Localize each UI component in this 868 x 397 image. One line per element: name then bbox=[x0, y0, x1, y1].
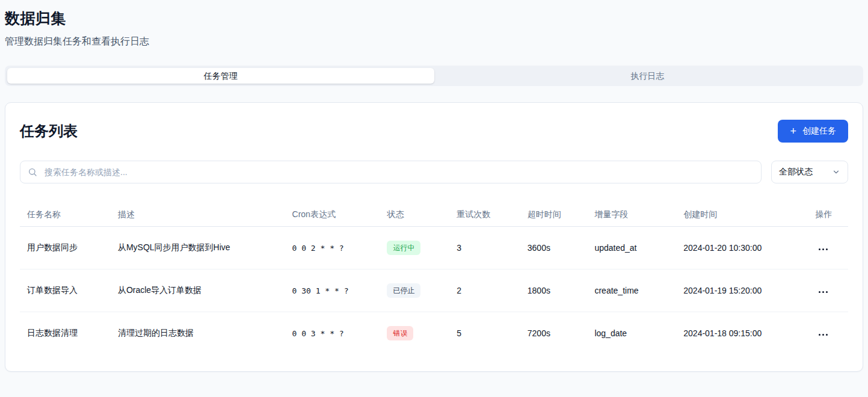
page-subtitle: 管理数据归集任务和查看执行日志 bbox=[5, 35, 863, 48]
cell-timeout: 1800s bbox=[520, 269, 588, 312]
cell-status: 运行中 bbox=[380, 227, 449, 269]
cell-incremental-field: updated_at bbox=[587, 227, 676, 269]
cell-timeout: 7200s bbox=[520, 312, 588, 355]
card-title: 任务列表 bbox=[20, 122, 78, 140]
status-filter-value: 全部状态 bbox=[779, 167, 813, 177]
search-box bbox=[20, 161, 762, 183]
column-header: 创建时间 bbox=[676, 203, 808, 227]
cell-task-name: 订单数据导入 bbox=[20, 269, 111, 312]
search-icon bbox=[28, 167, 37, 177]
column-header: 超时时间 bbox=[520, 203, 588, 227]
column-header: 操作 bbox=[808, 203, 848, 227]
cell-created-at: 2024-01-19 15:20:00 bbox=[676, 269, 808, 312]
chevron-down-icon bbox=[832, 168, 840, 176]
table-body: 用户数据同步从MySQL同步用户数据到Hive0 0 2 * * ?运行中336… bbox=[20, 227, 848, 355]
filter-controls: 全部状态 bbox=[20, 161, 848, 183]
cell-description: 从MySQL同步用户数据到Hive bbox=[111, 227, 285, 269]
table-row: 用户数据同步从MySQL同步用户数据到Hive0 0 2 * * ?运行中336… bbox=[20, 227, 848, 269]
more-actions-button[interactable] bbox=[816, 245, 830, 254]
more-horizontal-icon bbox=[826, 248, 828, 250]
task-table: 任务名称描述Cron表达式状态重试次数超时时间增量字段创建时间操作 用户数据同步… bbox=[20, 203, 848, 354]
table-header-row: 任务名称描述Cron表达式状态重试次数超时时间增量字段创建时间操作 bbox=[20, 203, 848, 227]
more-horizontal-icon bbox=[822, 248, 824, 250]
more-horizontal-icon bbox=[819, 334, 820, 336]
cell-description: 清理过期的日志数据 bbox=[111, 312, 285, 355]
cell-incremental-field: log_date bbox=[587, 312, 676, 355]
cell-task-name: 用户数据同步 bbox=[20, 227, 111, 269]
cell-cron: 0 30 1 * * ? bbox=[285, 269, 380, 312]
cell-retries: 3 bbox=[449, 227, 520, 269]
more-horizontal-icon bbox=[822, 291, 824, 293]
cell-cron: 0 0 3 * * ? bbox=[285, 312, 380, 355]
more-horizontal-icon bbox=[822, 334, 824, 336]
create-task-button-label: 创建任务 bbox=[802, 126, 836, 137]
status-badge: 运行中 bbox=[387, 241, 420, 255]
cell-task-name: 日志数据清理 bbox=[20, 312, 111, 355]
page-title: 数据归集 bbox=[5, 8, 863, 28]
status-badge: 错误 bbox=[387, 326, 413, 340]
more-horizontal-icon bbox=[819, 291, 820, 293]
table-row: 订单数据导入从Oracle导入订单数据0 30 1 * * ?已停止21800s… bbox=[20, 269, 848, 312]
column-header: Cron表达式 bbox=[285, 203, 380, 227]
status-filter-select[interactable]: 全部状态 bbox=[771, 161, 848, 183]
create-task-button[interactable]: + 创建任务 bbox=[778, 120, 848, 143]
column-header: 增量字段 bbox=[587, 203, 676, 227]
cell-timeout: 3600s bbox=[520, 227, 588, 269]
column-header: 描述 bbox=[111, 203, 285, 227]
more-actions-button[interactable] bbox=[816, 288, 830, 297]
cell-status: 错误 bbox=[380, 312, 449, 355]
cell-created-at: 2024-01-20 10:30:00 bbox=[676, 227, 808, 269]
cell-retries: 2 bbox=[449, 269, 520, 312]
tab-bar: 任务管理 执行日志 bbox=[5, 66, 863, 86]
column-header: 任务名称 bbox=[20, 203, 111, 227]
column-header: 状态 bbox=[380, 203, 449, 227]
more-horizontal-icon bbox=[826, 334, 828, 336]
more-horizontal-icon bbox=[819, 248, 820, 250]
tab-execution-logs[interactable]: 执行日志 bbox=[434, 68, 861, 84]
plus-icon: + bbox=[790, 126, 796, 137]
cell-actions bbox=[808, 227, 848, 269]
cell-created-at: 2024-01-18 09:15:00 bbox=[676, 312, 808, 355]
column-header: 重试次数 bbox=[449, 203, 520, 227]
table-row: 日志数据清理清理过期的日志数据0 0 3 * * ?错误57200slog_da… bbox=[20, 312, 848, 355]
cell-incremental-field: create_time bbox=[587, 269, 676, 312]
more-horizontal-icon bbox=[826, 291, 828, 293]
page: 数据归集 管理数据归集任务和查看执行日志 任务管理 执行日志 任务列表 + 创建… bbox=[0, 0, 868, 396]
cell-cron: 0 0 2 * * ? bbox=[285, 227, 380, 269]
cell-status: 已停止 bbox=[380, 269, 449, 312]
more-actions-button[interactable] bbox=[816, 330, 830, 339]
status-badge: 已停止 bbox=[387, 283, 420, 298]
search-input[interactable] bbox=[20, 161, 762, 183]
cell-actions bbox=[808, 312, 848, 355]
task-list-card: 任务列表 + 创建任务 全部状态 bbox=[5, 102, 863, 372]
cell-description: 从Oracle导入订单数据 bbox=[111, 269, 285, 312]
cell-actions bbox=[808, 269, 848, 312]
cell-retries: 5 bbox=[449, 312, 520, 355]
tab-task-management[interactable]: 任务管理 bbox=[7, 68, 434, 84]
card-header: 任务列表 + 创建任务 bbox=[20, 120, 848, 143]
